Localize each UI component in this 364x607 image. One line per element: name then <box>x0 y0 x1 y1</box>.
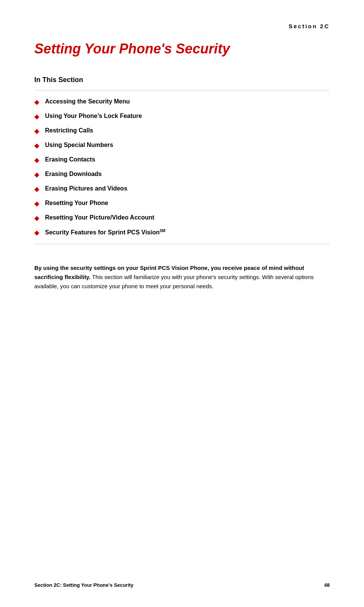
bullet-icon: ◆ <box>34 113 39 120</box>
list-item: ◆ Erasing Contacts <box>34 156 330 164</box>
section-label: Section 2C <box>34 23 330 29</box>
toc-item-text: Resetting Your Phone <box>45 200 108 207</box>
body-text-block: By using the security settings on your S… <box>34 263 330 291</box>
toc-list: ◆ Accessing the Security Menu ◆ Using Yo… <box>34 98 330 236</box>
list-item: ◆ Using Your Phone’s Lock Feature <box>34 113 330 120</box>
page-container: Section 2C Setting Your Phone's Security… <box>0 0 364 607</box>
list-item: ◆ Security Features for Sprint PCS Visio… <box>34 229 330 236</box>
toc-item-text: Erasing Contacts <box>45 156 95 163</box>
footer: Section 2C: Setting Your Phone’s Securit… <box>34 582 330 588</box>
in-this-section-heading: In This Section <box>34 76 330 84</box>
bullet-icon: ◆ <box>34 186 39 193</box>
toc-item-text: Accessing the Security Menu <box>45 98 130 105</box>
toc-item-text: Restricting Calls <box>45 127 93 134</box>
toc-item-text: Using Your Phone’s Lock Feature <box>45 113 142 119</box>
list-item: ◆ Restricting Calls <box>34 127 330 135</box>
toc-item-text: Using Special Numbers <box>45 142 113 149</box>
toc-item-text: Erasing Downloads <box>45 171 101 178</box>
bullet-icon: ◆ <box>34 200 39 207</box>
bullet-icon: ◆ <box>34 157 39 164</box>
toc-item-text: Resetting Your Picture/Video Account <box>45 214 155 221</box>
top-divider <box>34 90 330 90</box>
bullet-icon: ◆ <box>34 229 39 236</box>
bullet-icon: ◆ <box>34 128 39 135</box>
bottom-divider <box>34 244 330 244</box>
superscript-sm: SM <box>159 229 165 233</box>
page-title: Setting Your Phone's Security <box>34 41 330 57</box>
list-item: ◆ Erasing Downloads <box>34 171 330 178</box>
list-item: ◆ Erasing Pictures and Videos <box>34 185 330 193</box>
list-item: ◆ Using Special Numbers <box>34 142 330 149</box>
bullet-icon: ◆ <box>34 171 39 178</box>
list-item: ◆ Accessing the Security Menu <box>34 98 330 106</box>
bullet-icon: ◆ <box>34 142 39 149</box>
list-item: ◆ Resetting Your Picture/Video Account <box>34 214 330 222</box>
footer-page-number: 48 <box>324 582 330 588</box>
bullet-icon: ◆ <box>34 98 39 106</box>
list-item: ◆ Resetting Your Phone <box>34 200 330 207</box>
footer-left-text: Section 2C: Setting Your Phone’s Securit… <box>34 582 134 588</box>
bullet-icon: ◆ <box>34 215 39 222</box>
toc-item-text: Erasing Pictures and Videos <box>45 185 127 192</box>
toc-item-text: Security Features for Sprint PCS VisionS… <box>45 229 165 236</box>
